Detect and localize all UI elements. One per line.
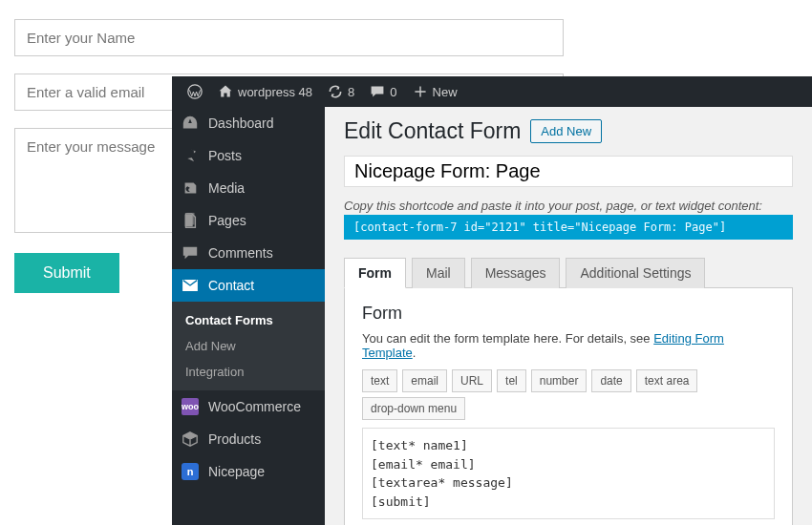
menu-media[interactable]: Media	[172, 172, 325, 204]
form-template-textarea[interactable]: [text* name1] [email* email] [textarea* …	[362, 428, 775, 519]
tag-textarea-button[interactable]: text area	[636, 369, 698, 392]
new-button[interactable]: New	[405, 84, 465, 99]
menu-contact-label: Contact	[208, 278, 254, 293]
plus-icon	[413, 84, 428, 99]
admin-bar: wordpress 48 8 0 New	[172, 76, 812, 107]
shortcode-hint: Copy this shortcode and paste it into yo…	[344, 199, 793, 213]
nicepage-icon: n	[182, 463, 199, 480]
menu-woocommerce-label: WooCommerce	[208, 399, 301, 414]
menu-comments[interactable]: Comments	[172, 237, 325, 269]
panel-heading: Form	[362, 304, 775, 324]
wordpress-logo-icon	[187, 84, 203, 99]
bg-name-input[interactable]	[14, 19, 564, 56]
menu-comments-label: Comments	[208, 245, 273, 261]
tag-generator-row: text email URL tel number date text area…	[362, 369, 775, 420]
wp-logo-button[interactable]	[180, 84, 210, 99]
site-name-label: wordpress 48	[238, 85, 312, 99]
tab-additional-settings[interactable]: Additional Settings	[566, 258, 705, 288]
wp-admin: wordpress 48 8 0 New Dashboard	[172, 76, 812, 525]
menu-media-label: Media	[208, 180, 245, 196]
new-label: New	[433, 85, 458, 99]
menu-nicepage[interactable]: n Nicepage	[172, 455, 325, 488]
menu-products[interactable]: Products	[172, 423, 325, 455]
pin-icon	[182, 147, 199, 164]
shortcode-box[interactable]: [contact-form-7 id="2121" title="Nicepag…	[344, 215, 793, 240]
comments-count: 0	[390, 85, 396, 99]
updates-count: 8	[348, 85, 354, 99]
tag-text-button[interactable]: text	[362, 369, 397, 392]
comments-button[interactable]: 0	[362, 84, 404, 99]
menu-pages-label: Pages	[208, 213, 246, 228]
bg-submit-button[interactable]: Submit	[14, 253, 119, 293]
menu-posts-label: Posts	[208, 148, 242, 163]
tab-mail[interactable]: Mail	[412, 258, 465, 288]
menu-posts[interactable]: Posts	[172, 139, 325, 172]
menu-products-label: Products	[208, 431, 261, 447]
media-icon	[182, 179, 199, 197]
gauge-icon	[182, 115, 199, 132]
submenu-contact: Contact Forms Add New Integration	[172, 302, 325, 390]
tag-url-button[interactable]: URL	[452, 369, 492, 392]
submenu-add-new[interactable]: Add New	[172, 333, 325, 359]
updates-button[interactable]: 8	[320, 84, 362, 99]
tag-dropdown-button[interactable]: drop-down menu	[362, 397, 465, 420]
submenu-integration[interactable]: Integration	[172, 359, 325, 385]
tab-form[interactable]: Form	[344, 258, 406, 288]
menu-woocommerce[interactable]: woo WooCommerce	[172, 390, 325, 423]
box-icon	[182, 430, 199, 448]
main-content: Edit Contact Form Add New Copy this shor…	[325, 76, 812, 525]
menu-dashboard[interactable]: Dashboard	[172, 107, 325, 139]
refresh-icon	[328, 84, 343, 99]
panel-desc: You can edit the form template here. For…	[362, 331, 775, 360]
menu-nicepage-label: Nicepage	[208, 464, 265, 479]
form-panel: Form You can edit the form template here…	[344, 288, 793, 525]
envelope-icon	[182, 277, 199, 294]
tag-date-button[interactable]: date	[591, 369, 630, 392]
woo-icon: woo	[182, 398, 199, 415]
tag-email-button[interactable]: email	[402, 369, 447, 392]
page-title: Edit Contact Form	[344, 118, 521, 144]
tag-tel-button[interactable]: tel	[497, 369, 526, 392]
pages-icon	[182, 212, 199, 229]
site-home-button[interactable]: wordpress 48	[210, 84, 320, 99]
comment-icon	[370, 84, 385, 99]
menu-pages[interactable]: Pages	[172, 204, 325, 237]
comment-icon	[182, 244, 199, 262]
tab-bar: Form Mail Messages Additional Settings	[344, 257, 793, 288]
tag-number-button[interactable]: number	[531, 369, 588, 392]
home-icon	[218, 84, 233, 99]
admin-sidebar: Dashboard Posts Media Pages Comments Con…	[172, 76, 325, 525]
menu-dashboard-label: Dashboard	[208, 116, 274, 131]
svg-rect-2	[186, 213, 194, 225]
tab-messages[interactable]: Messages	[471, 258, 561, 288]
submenu-contact-forms[interactable]: Contact Forms	[172, 307, 325, 333]
form-title-input[interactable]	[344, 156, 793, 187]
menu-contact[interactable]: Contact	[172, 269, 325, 302]
add-new-button[interactable]: Add New	[530, 119, 602, 143]
